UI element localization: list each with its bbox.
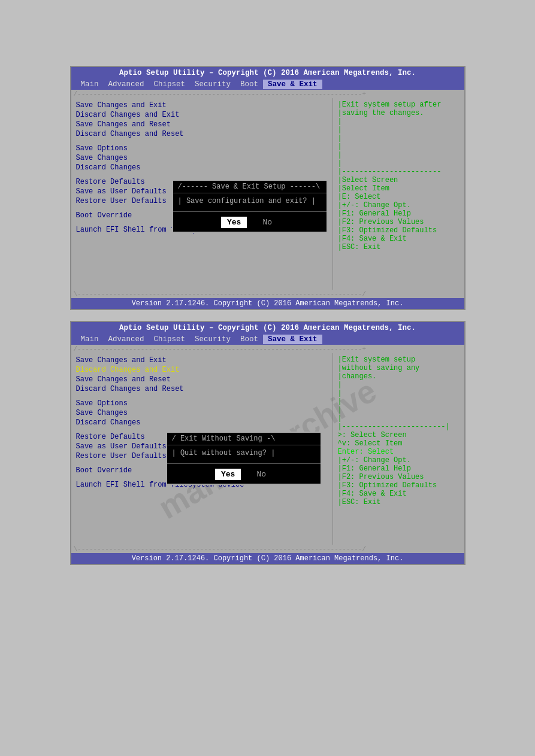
nav-advanced-1[interactable]: Advanced bbox=[104, 80, 149, 89]
nav-chipset-2[interactable]: Chipset bbox=[149, 335, 191, 344]
bios-screen-1: Aptio Setup Utility – Copyright (C) 2016… bbox=[70, 66, 466, 310]
nav-save-exit-2[interactable]: Save & Exit bbox=[263, 335, 322, 344]
bios-title-1: Aptio Setup Utility – Copyright (C) 2016… bbox=[71, 67, 464, 79]
dialog-yes-button-2[interactable]: Yes bbox=[215, 469, 241, 480]
dialog-yes-button-1[interactable]: Yes bbox=[221, 217, 247, 228]
dialog-divider-1 bbox=[173, 211, 327, 212]
bios-title-2: Aptio Setup Utility – Copyright (C) 2016… bbox=[71, 322, 464, 334]
nav-security-1[interactable]: Security bbox=[190, 80, 235, 89]
dialog-buttons-1: Yes No bbox=[173, 214, 327, 232]
dialog-divider-2 bbox=[167, 463, 321, 464]
nav-advanced-2[interactable]: Advanced bbox=[104, 335, 149, 344]
divider-bottom-2: \---------------------------------------… bbox=[71, 545, 464, 553]
divider-top-2: /---------------------------------------… bbox=[71, 345, 464, 353]
divider-top-1: /---------------------------------------… bbox=[71, 90, 464, 98]
dialog-buttons-2: Yes No bbox=[167, 466, 321, 484]
dialog-quit: / Exit Without Saving -\ | Quit without … bbox=[166, 432, 322, 485]
nav-chipset-1[interactable]: Chipset bbox=[149, 80, 191, 89]
bios-nav-1: Main Advanced Chipset Security Boot Save… bbox=[71, 79, 464, 90]
dialog-no-button-1[interactable]: No bbox=[256, 217, 278, 228]
bios-body-1: Save Changes and Exit Discard Changes an… bbox=[71, 98, 464, 290]
nav-security-2[interactable]: Security bbox=[190, 335, 235, 344]
dialog-content-2: | Quit without saving? | bbox=[167, 445, 321, 461]
bios-nav-2: Main Advanced Chipset Security Boot Save… bbox=[71, 334, 464, 345]
dialog-save-exit: /------ Save & Exit Setup ------\ | Save… bbox=[172, 180, 328, 233]
nav-main-1[interactable]: Main bbox=[76, 80, 104, 89]
dialog-overlay-2: / Exit Without Saving -\ | Quit without … bbox=[71, 353, 464, 545]
divider-bottom-1: \---------------------------------------… bbox=[71, 290, 464, 298]
status-bar-2: Version 2.17.1246. Copyright (C) 2016 Am… bbox=[71, 553, 464, 564]
dialog-title-2: / Exit Without Saving -\ bbox=[167, 433, 321, 445]
dialog-no-button-2[interactable]: No bbox=[250, 469, 272, 480]
bios-body-2: manualsarchive Save Changes and Exit Dis… bbox=[71, 353, 464, 545]
nav-save-exit-1[interactable]: Save & Exit bbox=[263, 80, 322, 89]
dialog-content-1: | Save configuration and exit? | bbox=[173, 193, 327, 209]
nav-boot-2[interactable]: Boot bbox=[235, 335, 263, 344]
dialog-overlay-1: /------ Save & Exit Setup ------\ | Save… bbox=[71, 98, 464, 290]
nav-main-2[interactable]: Main bbox=[76, 335, 104, 344]
bios-screen-2: Aptio Setup Utility – Copyright (C) 2016… bbox=[70, 321, 466, 565]
dialog-title-1: /------ Save & Exit Setup ------\ bbox=[173, 181, 327, 193]
status-bar-1: Version 2.17.1246. Copyright (C) 2016 Am… bbox=[71, 298, 464, 309]
nav-boot-1[interactable]: Boot bbox=[235, 80, 263, 89]
